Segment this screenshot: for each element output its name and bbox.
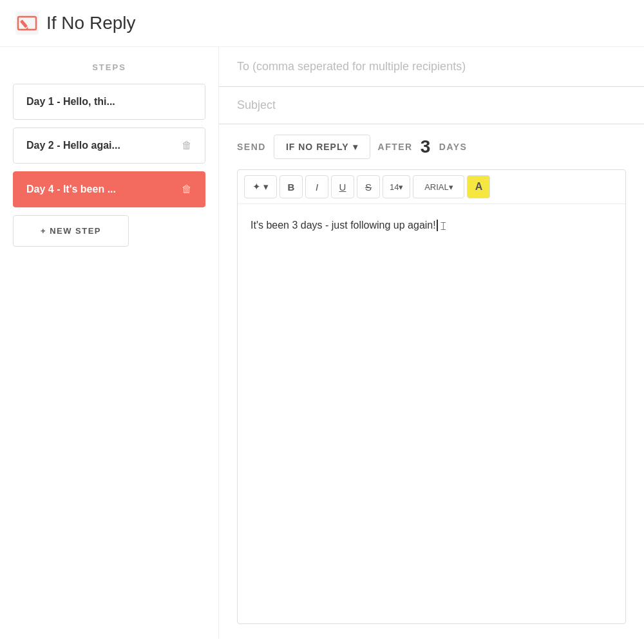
app-logo-icon: [15, 12, 39, 35]
text-cursor: [437, 220, 438, 231]
app-title: If No Reply: [46, 13, 136, 33]
step-3-delete-icon[interactable]: 🗑: [182, 184, 192, 195]
step-item-2[interactable]: Day 2 - Hello agai... 🗑: [13, 128, 205, 164]
send-label: SEND: [237, 142, 266, 152]
steps-label: STEPS: [13, 62, 205, 72]
wand-icon: ✦: [252, 181, 261, 193]
magic-wand-button[interactable]: ✦ ▾: [244, 175, 277, 198]
strikethrough-button[interactable]: S: [357, 175, 380, 198]
days-label: DAYS: [439, 142, 468, 152]
main-layout: STEPS Day 1 - Hello, thi... Day 2 - Hell…: [0, 47, 644, 639]
step-item-3[interactable]: Day 4 - It's been ... 🗑: [13, 171, 205, 207]
subject-field[interactable]: Subject: [219, 87, 644, 124]
font-size-value: 14: [390, 182, 399, 192]
step-2-delete-icon[interactable]: 🗑: [182, 140, 192, 151]
to-placeholder: To (comma seperated for multiple recipie…: [237, 60, 466, 73]
font-name-dropdown-icon: ▾: [449, 182, 453, 192]
step-item-1[interactable]: Day 1 - Hello, thi...: [13, 84, 205, 120]
send-bar: SEND IF NO REPLY ▾ AFTER 3 DAYS: [219, 124, 644, 169]
after-label: AFTER: [378, 142, 413, 152]
mouse-cursor-icon: 𝙸: [439, 220, 448, 233]
app-header: If No Reply: [0, 0, 644, 47]
font-size-button[interactable]: 14 ▾: [383, 175, 410, 198]
editor-toolbar: ✦ ▾ B I U S 14 ▾ ARIAL ▾ A: [238, 170, 625, 204]
right-panel: To (comma seperated for multiple recipie…: [219, 47, 644, 639]
svg-rect-0: [15, 12, 39, 35]
font-size-dropdown-icon: ▾: [399, 182, 403, 192]
italic-button[interactable]: I: [305, 175, 328, 198]
step-3-label: Day 4 - It's been ...: [26, 184, 116, 195]
wand-dropdown-icon: ▾: [263, 181, 269, 193]
highlight-button[interactable]: A: [467, 175, 490, 198]
editor-content: It's been 3 days - just following up aga…: [251, 220, 436, 231]
dropdown-chevron-icon: ▾: [353, 142, 358, 152]
step-2-label: Day 2 - Hello agai...: [26, 140, 120, 151]
new-step-button[interactable]: + NEW STEP: [13, 215, 129, 247]
font-name-button[interactable]: ARIAL ▾: [413, 175, 464, 198]
subject-placeholder: Subject: [237, 99, 276, 111]
sidebar: STEPS Day 1 - Hello, thi... Day 2 - Hell…: [0, 47, 219, 639]
editor-body[interactable]: It's been 3 days - just following up aga…: [238, 204, 625, 623]
font-name-value: ARIAL: [424, 182, 449, 192]
if-no-reply-label: IF NO REPLY: [286, 142, 349, 152]
if-no-reply-button[interactable]: IF NO REPLY ▾: [274, 135, 370, 159]
step-1-label: Day 1 - Hello, thi...: [26, 96, 115, 108]
underline-button[interactable]: U: [331, 175, 354, 198]
editor-container: ✦ ▾ B I U S 14 ▾ ARIAL ▾ A It's bee: [237, 169, 626, 624]
bold-button[interactable]: B: [279, 175, 303, 198]
days-number: 3: [421, 137, 431, 157]
to-field[interactable]: To (comma seperated for multiple recipie…: [219, 47, 644, 87]
